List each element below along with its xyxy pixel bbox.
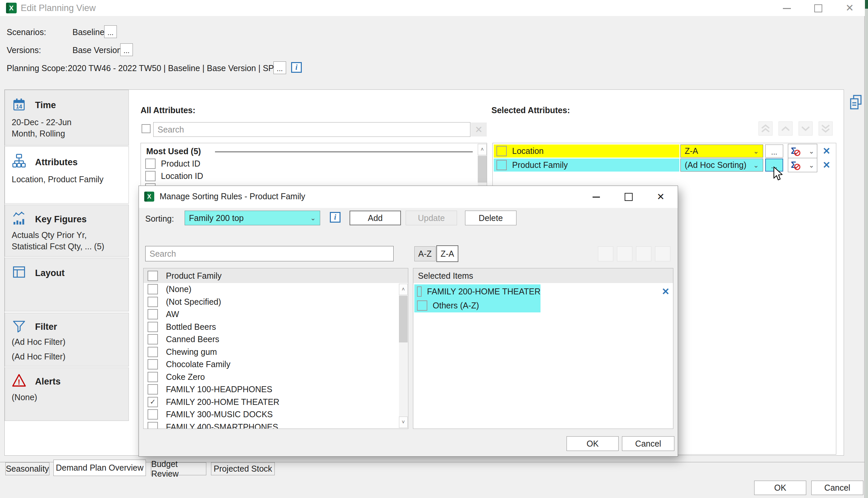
move-bottom-button[interactable] [819, 121, 833, 135]
modal-list-scrollbar[interactable]: ˄ ˅ [399, 284, 408, 428]
sidebar-item-layout[interactable]: Layout [5, 258, 129, 311]
sidebar-attributes-title: Attributes [35, 157, 78, 168]
all-attributes-search-input[interactable] [153, 122, 470, 137]
selected-row-location[interactable]: Location [494, 145, 679, 158]
list-item[interactable]: Chocolate Family [144, 358, 408, 371]
list-item[interactable]: FAMILY 400-SMARTPHONES [144, 421, 408, 429]
select-all-checkbox[interactable] [147, 271, 158, 281]
tab-demand-plan-overview[interactable]: Demand Plan Overview [53, 460, 146, 476]
tab-projected-stock[interactable]: Projected Stock [211, 462, 275, 475]
location-checkbox[interactable] [497, 146, 507, 156]
tab-seasonality[interactable]: Seasonality [5, 462, 49, 475]
modal-search-input[interactable] [145, 246, 394, 261]
list-item[interactable]: Canned Beers [144, 333, 408, 346]
location-sort-rules-button[interactable]: ... [765, 145, 783, 158]
item-checkbox[interactable]: ✓ [147, 397, 158, 407]
item-checkbox[interactable] [147, 409, 158, 420]
list-item[interactable]: (None) [144, 283, 408, 296]
dialog-ok-button[interactable]: OK [754, 481, 806, 495]
versions-browse-button[interactable]: ... [120, 43, 133, 56]
list-item[interactable]: AW [144, 308, 408, 321]
sort-za-button[interactable]: Z-A [436, 245, 458, 262]
move-top-button[interactable] [759, 121, 773, 135]
item-checkbox[interactable] [147, 322, 158, 332]
item-checkbox[interactable] [147, 297, 158, 307]
item-checkbox[interactable] [147, 334, 158, 344]
dialog-cancel-button[interactable]: Cancel [811, 481, 863, 495]
scroll-down-icon[interactable]: ˅ [399, 417, 408, 428]
scenarios-browse-button[interactable]: ... [104, 25, 117, 38]
remove-location-button[interactable]: ✕ [823, 146, 830, 156]
sidebar-item-time[interactable]: 14 Time 20-Dec - 22-Jun Month, Rolling [5, 90, 129, 145]
remove-selected-item-button[interactable]: ✕ [662, 287, 669, 297]
list-item[interactable]: Product ID [145, 159, 200, 169]
scrollbar-thumb[interactable] [478, 156, 487, 183]
copy-view-icon[interactable] [848, 94, 864, 112]
item-checkbox[interactable] [147, 309, 158, 319]
move-down-button[interactable] [799, 121, 813, 135]
all-attributes-select-all-checkbox[interactable] [142, 124, 150, 133]
search-clear-icon[interactable]: ✕ [471, 122, 487, 136]
list-item[interactable]: Bottled Beers [144, 321, 408, 333]
maximize-button[interactable] [811, 3, 826, 13]
sidebar-item-alerts[interactable]: ! Alerts (None) [5, 367, 129, 421]
planning-scope-browse-button[interactable]: ... [273, 62, 286, 74]
sorting-info-icon[interactable]: i [330, 212, 341, 223]
close-button[interactable]: ✕ [842, 3, 857, 13]
scroll-up-icon[interactable]: ˄ [478, 144, 487, 155]
item-checkbox[interactable] [147, 359, 158, 369]
modal-close-button[interactable]: ✕ [652, 191, 669, 202]
modal-cancel-button[interactable]: Cancel [622, 436, 674, 451]
item-checkbox[interactable] [147, 284, 158, 294]
sidebar-time-line2: Month, Rolling [12, 129, 65, 139]
list-item[interactable]: FAMILY 300-MUSIC DOCKS [144, 408, 408, 421]
scrollbar-thumb[interactable] [399, 296, 408, 342]
scroll-up-icon[interactable]: ˄ [399, 284, 408, 295]
item-label: Coke Zero [166, 372, 205, 382]
list-item[interactable]: (Not Specified) [144, 296, 408, 309]
planning-scope-info-icon[interactable]: i [291, 62, 302, 73]
sidebar-item-key-figures[interactable]: Key Figures Actuals Qty Prior Yr, Statis… [5, 205, 129, 257]
sigma-none-icon: Σ [791, 160, 796, 170]
maximize-icon [814, 4, 822, 12]
modal-maximize-button[interactable] [620, 192, 637, 202]
item-checkbox[interactable] [147, 347, 158, 357]
list-item[interactable]: Chewing gum [144, 346, 408, 358]
item-checkbox[interactable] [147, 372, 158, 382]
tab-budget-review[interactable]: Budget Review [151, 462, 206, 475]
item-checkbox[interactable] [147, 422, 158, 429]
sidebar-item-filter[interactable]: Filter (Ad Hoc Filter) (Ad Hoc Filter) [5, 313, 129, 367]
selected-row-product-family[interactable]: Product Family [494, 159, 679, 172]
add-button[interactable]: Add [350, 211, 401, 225]
move-up-button[interactable] [778, 121, 792, 135]
selected-move-bottom-button[interactable] [655, 246, 670, 261]
sort-az-button[interactable]: A-Z [414, 246, 436, 261]
minimize-button[interactable] [779, 3, 794, 13]
list-item[interactable]: ✓FAMILY 200-HOME THEATER [144, 396, 408, 408]
list-item[interactable]: FAMILY 100-HEADPHONES [144, 383, 408, 396]
product-id-checkbox[interactable] [145, 159, 156, 169]
list-item[interactable]: Coke Zero [144, 371, 408, 383]
product-family-aggregation-button[interactable]: Σ ⌄ [788, 158, 817, 172]
sorting-dropdown[interactable]: Family 200 top ⌄ [185, 211, 320, 225]
product-family-sort-dropdown[interactable]: (Ad Hoc Sorting) ⌄ [680, 159, 763, 172]
location-id-checkbox[interactable] [145, 171, 156, 181]
location-sort-dropdown[interactable]: Z-A ⌄ [680, 145, 763, 158]
location-aggregation-button[interactable]: Σ ⌄ [788, 144, 817, 158]
item-checkbox[interactable] [417, 286, 422, 297]
item-checkbox[interactable] [417, 300, 427, 311]
sidebar-item-attributes[interactable]: Attributes Location, Product Family [5, 146, 129, 204]
list-item[interactable]: Others (A-Z) [414, 298, 540, 312]
list-item[interactable]: Location ID [145, 171, 203, 181]
selected-move-top-button[interactable] [598, 246, 613, 261]
product-family-checkbox[interactable] [497, 160, 507, 170]
delete-button[interactable]: Delete [465, 211, 516, 225]
list-item[interactable]: FAMILY 200-HOME THEATER [414, 284, 540, 298]
item-checkbox[interactable] [147, 384, 158, 394]
modal-minimize-button[interactable] [588, 192, 605, 202]
modal-ok-button[interactable]: OK [567, 436, 619, 451]
selected-move-up-button[interactable] [617, 246, 632, 261]
selected-move-down-button[interactable] [636, 246, 651, 261]
update-button[interactable]: Update [406, 211, 457, 225]
remove-product-family-button[interactable]: ✕ [823, 160, 830, 170]
